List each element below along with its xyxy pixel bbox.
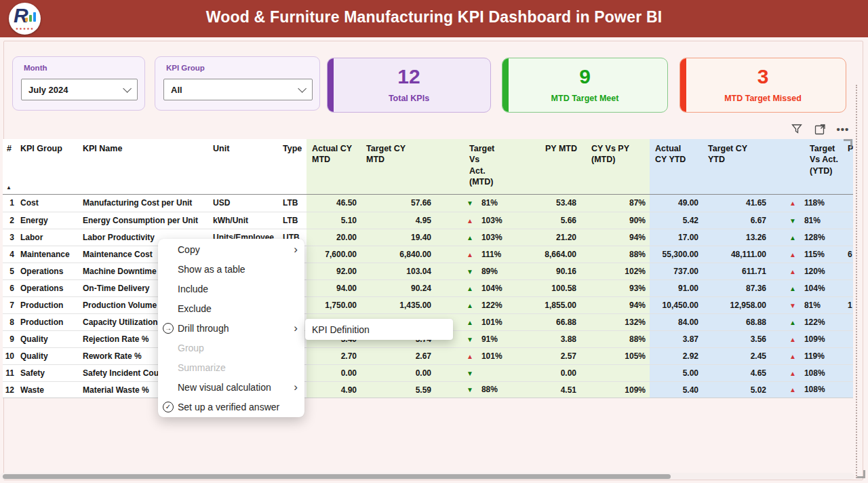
card-mtd-target-missed[interactable]: 3 MTD Target Missed: [679, 58, 846, 113]
cell-cy_vs_py_mtd[interactable]: 102%: [580, 263, 650, 279]
focus-mode-icon[interactable]: [813, 122, 827, 136]
more-options-icon[interactable]: •••: [836, 122, 850, 136]
cell-num[interactable]: 10: [3, 348, 18, 364]
cell-py_mtd[interactable]: 53.48: [505, 195, 580, 212]
cell-py_ytd_clip[interactable]: [845, 229, 853, 246]
column-header-group[interactable]: KPI Group: [18, 139, 80, 194]
cell-py_mtd[interactable]: 66.88: [505, 314, 580, 330]
cell-num[interactable]: 1: [3, 195, 18, 212]
cell-type[interactable]: LTB: [280, 195, 307, 212]
cell-tva_ytd[interactable]: ▲109%: [770, 331, 845, 347]
cell-target_ytd[interactable]: 3.56: [703, 331, 770, 347]
menu-item-exclude[interactable]: Exclude: [158, 298, 304, 318]
card-mtd-target-meet[interactable]: 9 MTD Target Meet: [502, 58, 668, 113]
cell-py_ytd_clip[interactable]: [845, 331, 853, 347]
cell-py_ytd_clip[interactable]: [845, 212, 853, 229]
cell-tva_ytd[interactable]: ▼81%: [770, 212, 845, 229]
cell-actual_ytd[interactable]: 91.00: [650, 280, 703, 296]
cell-cy_vs_py_mtd[interactable]: 88%: [580, 246, 650, 263]
filter-icon[interactable]: [790, 122, 804, 136]
cell-unit[interactable]: USD: [210, 195, 280, 212]
cell-actual_mtd[interactable]: 1,750.00: [307, 297, 361, 313]
cell-group[interactable]: Labor: [18, 229, 80, 246]
cell-py_mtd[interactable]: 3.88: [505, 331, 580, 347]
cell-target_mtd[interactable]: 6,840.00: [361, 246, 435, 263]
cell-target_mtd[interactable]: 4.95: [361, 212, 435, 229]
cell-py_ytd_clip[interactable]: 6: [845, 246, 853, 263]
cell-tva_mtd[interactable]: ▲103%: [435, 229, 505, 246]
column-header-unit[interactable]: Unit: [210, 139, 280, 194]
cell-actual_mtd[interactable]: 2.70: [307, 348, 361, 364]
column-header-py_mtd[interactable]: PY MTD: [505, 139, 580, 194]
cell-actual_ytd[interactable]: 55,300.00: [650, 246, 703, 263]
cell-py_ytd_clip[interactable]: [845, 263, 853, 279]
cell-num[interactable]: 9: [3, 331, 18, 347]
cell-num[interactable]: 7: [3, 297, 18, 313]
cell-group[interactable]: Waste: [18, 382, 80, 398]
cell-py_ytd_clip[interactable]: [845, 382, 853, 398]
cell-group[interactable]: Energy: [18, 212, 80, 229]
cell-actual_mtd[interactable]: 0.00: [307, 365, 361, 381]
cell-target_ytd[interactable]: 68.88: [703, 314, 770, 330]
cell-target_mtd[interactable]: 19.40: [361, 229, 435, 246]
cell-py_mtd[interactable]: 0.00: [505, 365, 580, 381]
cell-py_ytd_clip[interactable]: [845, 314, 853, 330]
cell-num[interactable]: 2: [3, 212, 18, 229]
cell-target_ytd[interactable]: 12,958.00: [703, 297, 770, 313]
cell-tva_ytd[interactable]: ▲108%: [770, 365, 845, 381]
cell-actual_mtd[interactable]: 5.10: [307, 212, 361, 229]
cell-target_ytd[interactable]: 4.65: [703, 365, 770, 381]
cell-tva_ytd[interactable]: ▼81%: [770, 297, 845, 313]
cell-group[interactable]: Production: [18, 297, 80, 313]
menu-item-new-visual-calculation[interactable]: New visual calculation›: [158, 377, 304, 397]
cell-cy_vs_py_mtd[interactable]: 87%: [580, 195, 650, 212]
month-dropdown[interactable]: July 2024: [21, 79, 138, 100]
cell-cy_vs_py_mtd[interactable]: 105%: [580, 348, 650, 364]
cell-actual_mtd[interactable]: 20.00: [307, 229, 361, 246]
menu-item-copy[interactable]: Copy›: [158, 239, 304, 259]
cell-tva_mtd[interactable]: ▲103%: [435, 212, 505, 229]
cell-tva_ytd[interactable]: ▲128%: [770, 229, 845, 246]
cell-unit[interactable]: kWh/Unit: [210, 212, 280, 229]
cell-group[interactable]: Production: [18, 314, 80, 330]
cell-actual_ytd[interactable]: 5.40: [650, 382, 703, 398]
cell-target_ytd[interactable]: 5.02: [703, 382, 770, 398]
cell-target_mtd[interactable]: 5.59: [361, 382, 435, 398]
cell-group[interactable]: Quality: [18, 348, 80, 364]
column-header-target_mtd[interactable]: Target CY MTD: [361, 139, 435, 194]
cell-cy_vs_py_mtd[interactable]: 88%: [580, 331, 650, 347]
menu-item-set-up-a-verified-answer[interactable]: ✓Set up a verified answer: [158, 397, 304, 417]
cell-actual_ytd[interactable]: 737.00: [650, 263, 703, 279]
cell-num[interactable]: 11: [3, 365, 18, 381]
cell-target_ytd[interactable]: 41.65: [703, 195, 770, 212]
cell-cy_vs_py_mtd[interactable]: 90%: [580, 212, 650, 229]
cell-actual_ytd[interactable]: 5.00: [650, 365, 703, 381]
cell-group[interactable]: Safety: [18, 365, 80, 381]
cell-py_ytd_clip[interactable]: [845, 348, 853, 364]
cell-actual_ytd[interactable]: 3.87: [650, 331, 703, 347]
cell-cy_vs_py_mtd[interactable]: 132%: [580, 314, 650, 330]
cell-target_mtd[interactable]: 2.67: [361, 348, 435, 364]
column-header-target_ytd[interactable]: Target CY YTD: [703, 139, 770, 194]
cell-py_ytd_clip[interactable]: 1: [845, 297, 853, 313]
cell-actual_ytd[interactable]: 84.00: [650, 314, 703, 330]
horizontal-scrollbar-thumb[interactable]: [3, 474, 671, 479]
cell-tva_ytd[interactable]: ▲122%: [770, 314, 845, 330]
cell-actual_ytd[interactable]: 17.00: [650, 229, 703, 246]
cell-actual_ytd[interactable]: 49.00: [650, 195, 703, 212]
cell-py_mtd[interactable]: 4.51: [505, 382, 580, 398]
cell-tva_ytd[interactable]: ▲120%: [770, 263, 845, 279]
cell-actual_mtd[interactable]: 46.50: [307, 195, 361, 212]
cell-py_ytd_clip[interactable]: [845, 365, 853, 381]
cell-target_mtd[interactable]: 57.66: [361, 195, 435, 212]
cell-tva_mtd[interactable]: ▲111%: [435, 246, 505, 263]
cell-group[interactable]: Cost: [18, 195, 80, 212]
column-header-name[interactable]: KPI Name: [80, 139, 210, 194]
cell-tva_mtd[interactable]: ▲101%: [435, 348, 505, 364]
cell-group[interactable]: Operations: [18, 280, 80, 296]
cell-type[interactable]: LTB: [280, 212, 307, 229]
cell-tva_ytd[interactable]: ▲115%: [770, 246, 845, 263]
cell-tva_ytd[interactable]: ▲108%: [770, 382, 845, 398]
cell-group[interactable]: Maintenance: [18, 246, 80, 263]
cell-name[interactable]: Manufacturing Cost per Unit: [80, 195, 210, 212]
